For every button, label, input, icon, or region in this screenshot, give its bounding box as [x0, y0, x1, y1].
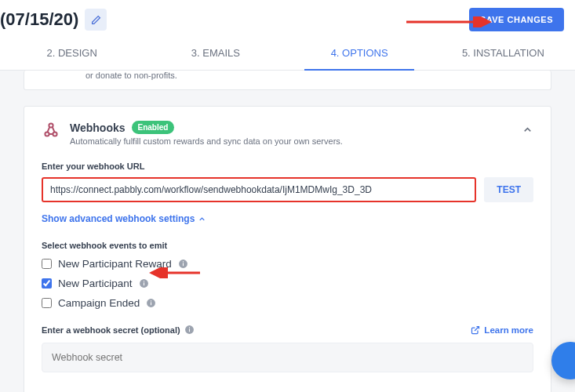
svg-rect-13 [189, 328, 190, 332]
tab-installation[interactable]: 5. INSTALLATION [431, 36, 575, 70]
event-checkbox-participant[interactable]: New Participant [42, 278, 533, 289]
tab-options[interactable]: 4. OPTIONS [288, 36, 431, 70]
edit-title-button[interactable] [85, 9, 107, 31]
card-title: Webhooks [70, 122, 126, 134]
info-icon [139, 278, 149, 289]
save-changes-button[interactable]: SAVE CHANGES [469, 8, 564, 31]
svg-rect-8 [144, 281, 144, 281]
svg-point-0 [45, 132, 49, 136]
svg-rect-4 [183, 263, 184, 266]
svg-point-1 [53, 132, 56, 136]
tab-emails[interactable]: 3. EMAILS [144, 36, 287, 70]
webhooks-card: Webhooks Enabled Automatically fulfill c… [24, 106, 551, 392]
event-checkbox-ended[interactable]: Campaign Ended [42, 297, 533, 309]
test-button[interactable]: TEST [484, 177, 533, 202]
checkbox-reward[interactable] [42, 259, 52, 269]
svg-line-15 [475, 326, 479, 331]
secret-label: Enter a webhook secret (optional) [42, 325, 180, 335]
pencil-icon [91, 15, 101, 25]
svg-rect-10 [151, 302, 151, 305]
svg-point-2 [49, 123, 53, 127]
chevron-up-icon [522, 124, 533, 136]
info-icon [178, 259, 188, 269]
learn-more-label: Learn more [484, 325, 533, 335]
webhook-secret-input[interactable] [42, 343, 533, 372]
stepper-tabs: 2. DESIGN 3. EMAILS 4. OPTIONS 5. INSTAL… [0, 36, 575, 71]
advanced-settings-label: Show advanced webhook settings [42, 213, 195, 224]
previous-card-fragment: or donate to non-profits. [24, 71, 551, 90]
collapse-toggle[interactable] [522, 124, 533, 139]
webhook-icon [42, 121, 60, 140]
enabled-badge: Enabled [132, 121, 175, 134]
checkbox-ended[interactable] [42, 298, 52, 308]
events-label: Select webhook events to emit [42, 241, 533, 250]
event-label: Campaign Ended [58, 297, 140, 309]
svg-rect-5 [183, 261, 184, 262]
webhook-url-input[interactable] [42, 177, 476, 202]
info-icon [184, 325, 195, 335]
event-label: New Participant [58, 278, 133, 289]
chevron-up-icon [198, 215, 206, 223]
svg-rect-14 [189, 327, 190, 328]
event-label: New Participant Reward [58, 258, 172, 270]
checkbox-participant[interactable] [42, 278, 52, 289]
tab-design[interactable]: 2. DESIGN [0, 36, 144, 70]
event-checkbox-reward[interactable]: New Participant Reward [42, 258, 533, 270]
advanced-settings-toggle[interactable]: Show advanced webhook settings [42, 213, 206, 224]
learn-more-link[interactable]: Learn more [471, 325, 533, 335]
page-title: (07/15/20) [0, 9, 78, 30]
svg-rect-7 [144, 282, 144, 285]
card-subtitle: Automatically fulfill custom rewards and… [70, 136, 343, 146]
url-label: Enter your webhook URL [42, 162, 533, 171]
svg-rect-11 [151, 300, 151, 301]
info-icon [146, 298, 156, 308]
external-link-icon [471, 325, 480, 335]
